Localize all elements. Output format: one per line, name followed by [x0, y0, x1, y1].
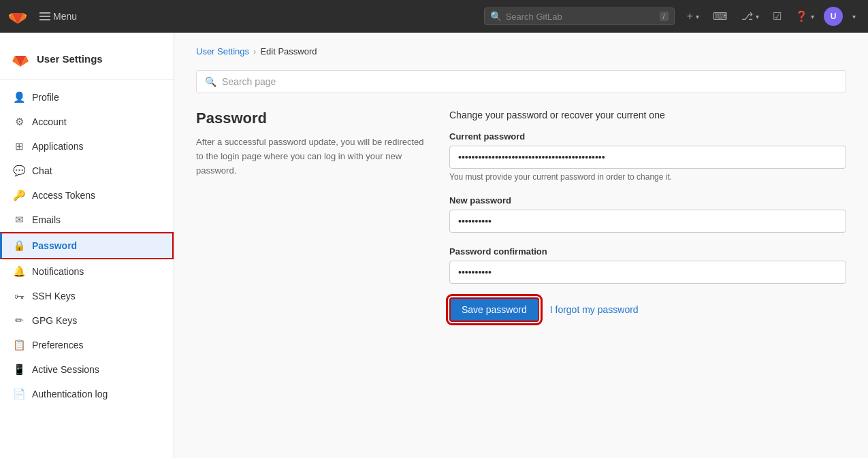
chevron-down-icon: ▾ [696, 13, 699, 20]
change-password-subtitle: Change your password or recover your cur… [449, 110, 846, 120]
confirm-password-group: Password confirmation [449, 246, 846, 284]
user-avatar[interactable]: U [824, 7, 843, 26]
search-shortcut-badge: / [660, 12, 669, 21]
sidebar-header: User Settings [0, 44, 174, 80]
sidebar-item-label-active-sessions: Active Sessions [32, 364, 99, 375]
sidebar-item-active-sessions[interactable]: 📱Active Sessions [0, 357, 174, 382]
sidebar-item-label-emails: Emails [32, 214, 61, 225]
sidebar: User Settings 👤Profile⚙Account⊞Applicati… [0, 33, 174, 458]
sidebar-item-label-authentication-log: Authentication log [32, 389, 108, 399]
notifications-icon: 🔔 [13, 265, 25, 278]
sidebar-item-authentication-log[interactable]: 📄Authentication log [0, 382, 174, 406]
sidebar-item-label-notifications: Notifications [32, 266, 84, 277]
sidebar-item-password[interactable]: 🔒Password [0, 232, 174, 259]
new-password-input[interactable] [449, 210, 846, 233]
new-password-label: New password [449, 195, 846, 206]
main-content: User Settings › Edit Password 🔍 Password… [174, 33, 868, 458]
current-password-input[interactable] [449, 146, 846, 169]
page-layout: User Settings 👤Profile⚙Account⊞Applicati… [0, 33, 868, 458]
menu-button[interactable]: Menu [35, 7, 81, 26]
top-navbar: Menu 🔍 / + ▾ ⌨ ⎇ ▾ ☑ ❓ ▾ U ▾ [0, 0, 868, 33]
plus-icon: + [687, 10, 693, 22]
active-sessions-icon: 📱 [13, 363, 25, 376]
sidebar-item-label-account: Account [32, 116, 67, 127]
breadcrumb-current: Edit Password [260, 46, 317, 56]
authentication-log-icon: 📄 [13, 388, 25, 400]
check-icon: ☑ [773, 10, 782, 22]
help-button[interactable]: ❓ ▾ [791, 6, 818, 27]
search-page-input[interactable] [222, 76, 837, 87]
save-password-button[interactable]: Save password [449, 297, 539, 322]
gpg-keys-icon: ✏ [13, 314, 25, 327]
form-actions: Save password I forgot my password [449, 297, 846, 322]
current-password-group: Current password You must provide your c… [449, 131, 846, 182]
sidebar-item-label-access-tokens: Access Tokens [32, 190, 95, 201]
content-right: Change your password or recover your cur… [449, 110, 846, 322]
create-button[interactable]: + ▾ [683, 6, 703, 27]
breadcrumb-separator: › [253, 46, 256, 56]
sidebar-logo [11, 49, 30, 68]
todos-button[interactable]: ☑ [769, 6, 786, 27]
chat-icon: 💬 [13, 165, 25, 177]
breadcrumb-parent-link[interactable]: User Settings [196, 46, 249, 56]
merge-icon: ⎇ [741, 10, 753, 22]
sidebar-title: User Settings [37, 53, 103, 65]
account-icon: ⚙ [13, 116, 25, 128]
chevron-down-icon4: ▾ [852, 13, 856, 20]
search-page-icon: 🔍 [205, 76, 216, 87]
password-description: After a successful password update, you … [196, 135, 428, 178]
hamburger-icon [39, 12, 50, 20]
sidebar-item-label-gpg-keys: GPG Keys [32, 315, 77, 326]
emails-icon: ✉ [13, 214, 25, 226]
sidebar-item-account[interactable]: ⚙Account [0, 110, 174, 134]
sidebar-item-emails[interactable]: ✉Emails [0, 208, 174, 232]
help-icon: ❓ [795, 10, 808, 22]
breadcrumb: User Settings › Edit Password [196, 46, 846, 56]
password-title: Password [196, 110, 428, 127]
gitlab-logo[interactable] [8, 6, 27, 27]
sidebar-item-gpg-keys[interactable]: ✏GPG Keys [0, 308, 174, 333]
avatar-chevron[interactable]: ▾ [848, 9, 860, 24]
confirm-password-input[interactable] [449, 261, 846, 284]
sidebar-item-label-applications: Applications [32, 141, 84, 152]
sidebar-item-label-profile: Profile [32, 92, 59, 103]
search-icon: 🔍 [490, 11, 502, 22]
sidebar-item-ssh-keys[interactable]: 🗝SSH Keys [0, 284, 174, 308]
navbar-actions: + ▾ ⌨ ⎇ ▾ ☑ ❓ ▾ U ▾ [683, 6, 860, 27]
preferences-icon: 📋 [13, 339, 25, 351]
sidebar-item-label-ssh-keys: SSH Keys [32, 291, 76, 301]
sidebar-item-preferences[interactable]: 📋Preferences [0, 333, 174, 357]
current-password-hint: You must provide your current password i… [449, 172, 846, 182]
new-password-group: New password [449, 195, 846, 233]
sidebar-item-applications[interactable]: ⊞Applications [0, 134, 174, 159]
content-left: Password After a successful password upd… [196, 110, 428, 322]
sidebar-item-profile[interactable]: 👤Profile [0, 85, 174, 110]
password-icon: 🔒 [13, 240, 25, 252]
sidebar-item-label-password: Password [32, 240, 77, 251]
merge-requests-button[interactable]: ⎇ ▾ [737, 6, 763, 27]
forgot-password-link[interactable]: I forgot my password [550, 304, 639, 315]
chevron-down-icon2: ▾ [756, 13, 759, 20]
profile-icon: 👤 [13, 91, 25, 103]
snippets-button[interactable]: ⌨ [709, 6, 732, 27]
menu-label: Menu [53, 11, 77, 22]
sidebar-item-label-preferences: Preferences [32, 340, 83, 350]
global-search-bar[interactable]: 🔍 / [484, 7, 675, 25]
sidebar-item-access-tokens[interactable]: 🔑Access Tokens [0, 183, 174, 208]
content-grid: Password After a successful password upd… [196, 110, 846, 322]
sidebar-item-notifications[interactable]: 🔔Notifications [0, 259, 174, 284]
chevron-down-icon3: ▾ [811, 13, 814, 20]
code-icon: ⌨ [713, 10, 728, 22]
search-page-bar[interactable]: 🔍 [196, 70, 846, 93]
current-password-label: Current password [449, 131, 846, 142]
sidebar-item-chat[interactable]: 💬Chat [0, 159, 174, 183]
confirm-password-label: Password confirmation [449, 246, 846, 257]
global-search-input[interactable] [506, 12, 656, 22]
sidebar-item-label-chat: Chat [32, 165, 52, 176]
applications-icon: ⊞ [13, 140, 25, 152]
ssh-keys-icon: 🗝 [13, 290, 25, 302]
access-tokens-icon: 🔑 [13, 189, 25, 201]
